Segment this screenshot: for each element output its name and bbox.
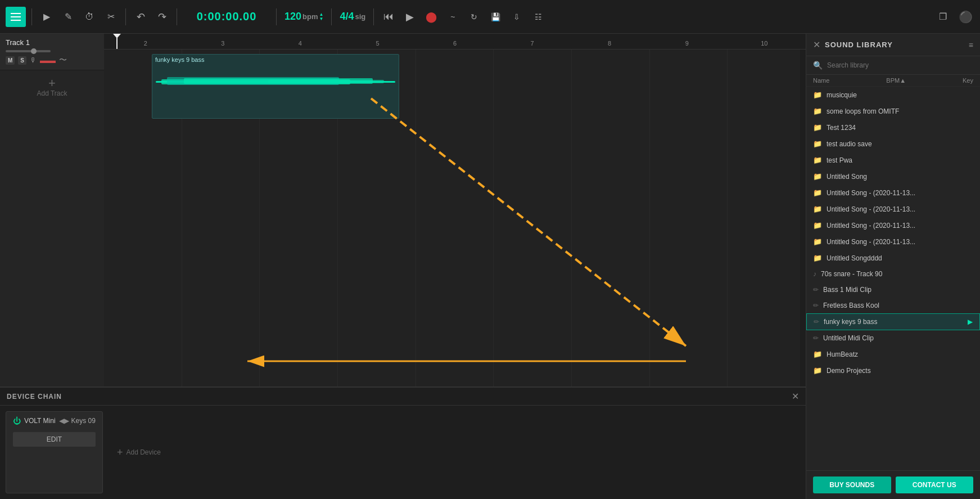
sep5: [331, 8, 332, 25]
menu-button[interactable]: [6, 7, 26, 27]
folder-icon: 📁: [813, 205, 822, 213]
folder-icon: 📁: [813, 188, 822, 197]
share-button[interactable]: ❐: [934, 8, 952, 26]
folder-icon: 📁: [813, 123, 822, 132]
item-play-button[interactable]: ▶: [968, 318, 973, 326]
library-item[interactable]: ✏Bass 1 Midi Clip: [806, 282, 980, 298]
library-item[interactable]: ♪70s snare - Track 90: [806, 266, 980, 282]
export-button[interactable]: 💾: [486, 8, 504, 26]
library-item[interactable]: ✏Untitled Midi Clip: [806, 330, 980, 346]
library-item[interactable]: 📁HumBeatz: [806, 346, 980, 362]
item-name: Untitled Song: [827, 173, 973, 181]
toolbar: ▶ ✎ ⏱ ✂ ↶ ↷ 0:00:00.00 120 bpm ▲ ▼ 4/4 s…: [0, 0, 980, 34]
library-item[interactable]: 📁Demo Projects: [806, 362, 980, 379]
scissors-tool[interactable]: ✂: [102, 8, 120, 26]
timer-tool[interactable]: ⏱: [80, 8, 98, 26]
user-button[interactable]: ⚫: [956, 8, 974, 26]
folder-icon: 📁: [813, 237, 822, 246]
library-close-button[interactable]: ✕: [813, 39, 820, 50]
library-search: 🔍: [806, 56, 980, 75]
toolbar-right: ❐ ⚫: [934, 8, 974, 26]
library-item[interactable]: 📁Untitled Song - (2020-11-13...: [806, 201, 980, 217]
track-1-waveform-icon: ▬▬: [40, 56, 56, 65]
ruler-mark: 6: [416, 40, 494, 47]
device-edit-button[interactable]: EDIT: [13, 432, 96, 447]
track-1-mic-icon: 🎙: [30, 56, 37, 64]
library-item[interactable]: 📁Untitled Song - (2020-11-13...: [806, 217, 980, 233]
timeline-ruler: 2 3 4 5 6 7 8 9 10: [104, 34, 806, 50]
pencil-tool[interactable]: ✎: [59, 8, 77, 26]
add-track-area[interactable]: + Add Track: [0, 70, 104, 104]
ruler-mark: 4: [261, 40, 339, 47]
item-name: Untitled Song - (2020-11-13...: [827, 205, 973, 213]
item-name: Untitled Songdddd: [827, 254, 973, 262]
clip-waveform: [156, 67, 395, 101]
folder-icon: 📁: [813, 366, 822, 375]
library-item[interactable]: ✏Fretless Bass Kool: [806, 298, 980, 313]
add-device-area[interactable]: + Add Device: [111, 411, 166, 493]
library-item[interactable]: 📁Untitled Songdddd: [806, 250, 980, 266]
library-item[interactable]: 📁test Pwa: [806, 152, 980, 168]
bottom-panel: DEVICE CHAIN ✕ ⏻ VOLT Mini ◀▶ Keys 09 ED…: [0, 386, 806, 499]
automation-button[interactable]: ~: [444, 8, 462, 26]
device-top: ⏻ VOLT Mini ◀▶ Keys 09: [13, 416, 96, 425]
library-list: 📁musicquie📁some loops from OMITF📁Test 12…: [806, 87, 980, 470]
add-device-plus-icon: +: [117, 447, 123, 458]
device-power-icon[interactable]: ⏻: [13, 416, 21, 425]
record-button[interactable]: ⬤: [422, 8, 440, 26]
device-chain-close[interactable]: ✕: [792, 391, 799, 402]
sep1: [31, 8, 32, 25]
device-item: ⏻ VOLT Mini ◀▶ Keys 09 EDIT: [6, 411, 103, 493]
track-1-slider[interactable]: [6, 50, 51, 52]
ruler-mark: 2: [107, 40, 184, 47]
library-item[interactable]: ✏funky keys 9 bass▶: [806, 313, 980, 330]
library-item[interactable]: 📁musicquie: [806, 87, 980, 103]
item-name: Untitled Midi Clip: [823, 334, 973, 342]
grid-button[interactable]: ☷: [529, 8, 547, 26]
folder-icon: 📁: [813, 140, 822, 148]
track-1-solo[interactable]: S: [18, 56, 26, 65]
col-bpm: BPM▲: [886, 77, 906, 84]
col-key: Key: [963, 77, 973, 84]
device-name: VOLT Mini: [24, 417, 56, 425]
bottom-header: DEVICE CHAIN ✕: [0, 388, 806, 406]
ruler-mark: 3: [184, 40, 262, 47]
search-input[interactable]: [827, 61, 973, 69]
play-button[interactable]: ▶: [401, 8, 419, 26]
bottom-content: ⏻ VOLT Mini ◀▶ Keys 09 EDIT + Add Device: [0, 406, 806, 499]
library-item[interactable]: 📁Untitled Song: [806, 168, 980, 185]
item-name: funky keys 9 bass: [824, 318, 963, 326]
folder-icon: 📁: [813, 350, 822, 358]
library-item[interactable]: 📁Untitled Song - (2020-11-13...: [806, 233, 980, 250]
track-1-mute[interactable]: M: [6, 56, 15, 65]
library-item[interactable]: 📁some loops from OMITF: [806, 103, 980, 119]
clip-region[interactable]: funky keys 9 bass: [152, 54, 399, 119]
folder-icon: 📁: [813, 172, 822, 181]
undo-button[interactable]: ↶: [132, 8, 150, 26]
ruler-marks: 2 3 4 5 6 7 8 9 10: [104, 40, 806, 49]
clip-label: funky keys 9 bass: [152, 55, 399, 65]
item-name: Untitled Song - (2020-11-13...: [827, 238, 973, 246]
loop-button[interactable]: ↻: [465, 8, 483, 26]
buy-sounds-button[interactable]: BUY SOUNDS: [813, 476, 891, 493]
add-track-label: Add Track: [37, 89, 67, 97]
track-1-slider-row: [6, 50, 98, 52]
download-button[interactable]: ⇩: [508, 8, 526, 26]
cursor-tool[interactable]: ▶: [38, 8, 56, 26]
skip-back-button[interactable]: ⏮: [380, 8, 398, 26]
item-name: some loops from OMITF: [827, 107, 973, 115]
contact-us-button[interactable]: CONTACT US: [896, 476, 974, 493]
library-header: ✕ SOUND LIBRARY ≡: [806, 34, 980, 56]
search-icon: 🔍: [813, 61, 823, 70]
device-channel: ◀▶ Keys 09: [59, 417, 96, 425]
library-settings-button[interactable]: ≡: [969, 41, 973, 50]
sep2: [125, 8, 126, 25]
library-item[interactable]: 📁test audio save: [806, 136, 980, 152]
track-1-controls: M S 🎙 ▬▬ 〜: [6, 55, 98, 65]
item-name: Test 1234: [827, 124, 973, 132]
bpm-arrows[interactable]: ▲ ▼: [319, 12, 324, 21]
redo-button[interactable]: ↷: [153, 8, 171, 26]
library-item[interactable]: 📁Test 1234: [806, 119, 980, 136]
time-display: 0:00:00.00: [187, 10, 266, 23]
library-item[interactable]: 📁Untitled Song - (2020-11-13...: [806, 185, 980, 201]
